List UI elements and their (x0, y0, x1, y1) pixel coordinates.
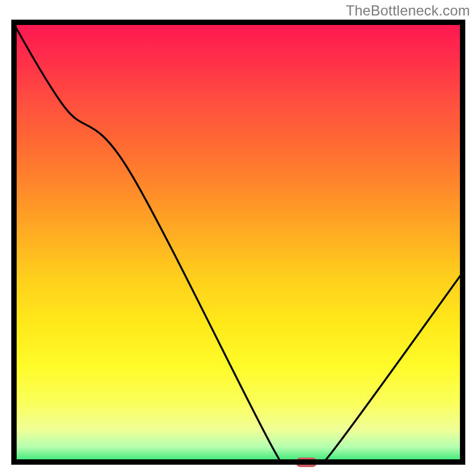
bottleneck-curve (11, 20, 465, 465)
chart-frame (11, 20, 465, 465)
optimal-point-marker (296, 458, 317, 467)
attribution-text: TheBottleneck.com (346, 2, 470, 19)
